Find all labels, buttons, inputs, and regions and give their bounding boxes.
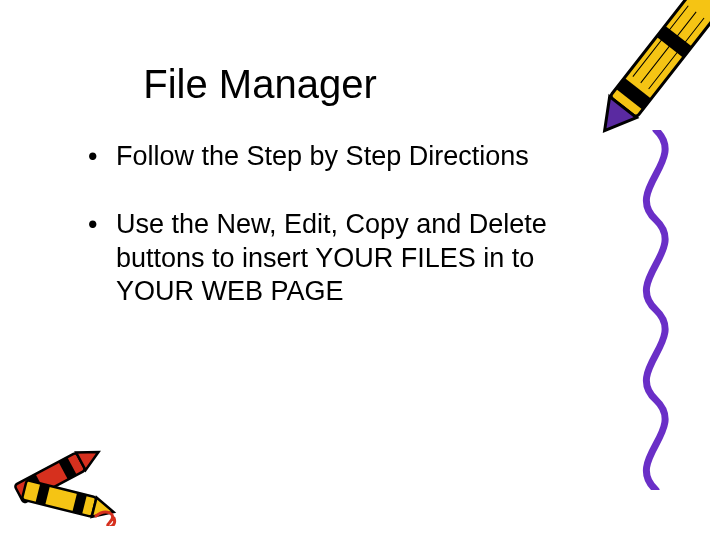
bullet-text: Follow the Step by Step Directions — [116, 141, 529, 171]
bullet-item: Use the New, Edit, Copy and Delete butto… — [88, 208, 578, 309]
svg-rect-5 — [27, 474, 45, 496]
svg-marker-11 — [92, 497, 116, 521]
svg-rect-8 — [22, 480, 97, 517]
bullet-text: Use the New, Edit, Copy and Delete butto… — [116, 209, 547, 307]
slide: File Manager Follow the Step by Step Dir… — [0, 0, 720, 540]
svg-marker-7 — [76, 443, 103, 470]
purple-squiggle-icon — [618, 130, 688, 490]
svg-rect-6 — [58, 457, 76, 479]
slide-body: Follow the Step by Step Directions Use t… — [88, 140, 578, 343]
svg-rect-9 — [35, 483, 50, 505]
bullet-item: Follow the Step by Step Directions — [88, 140, 578, 174]
yellow-crayon-icon — [590, 0, 710, 156]
svg-rect-10 — [72, 493, 87, 515]
svg-rect-2 — [616, 78, 651, 110]
svg-marker-3 — [591, 97, 636, 142]
slide-title: File Manager — [0, 62, 520, 107]
svg-rect-1 — [656, 26, 691, 58]
crayon-pair-icon — [6, 436, 126, 526]
svg-rect-4 — [14, 453, 85, 504]
svg-rect-0 — [610, 0, 710, 118]
